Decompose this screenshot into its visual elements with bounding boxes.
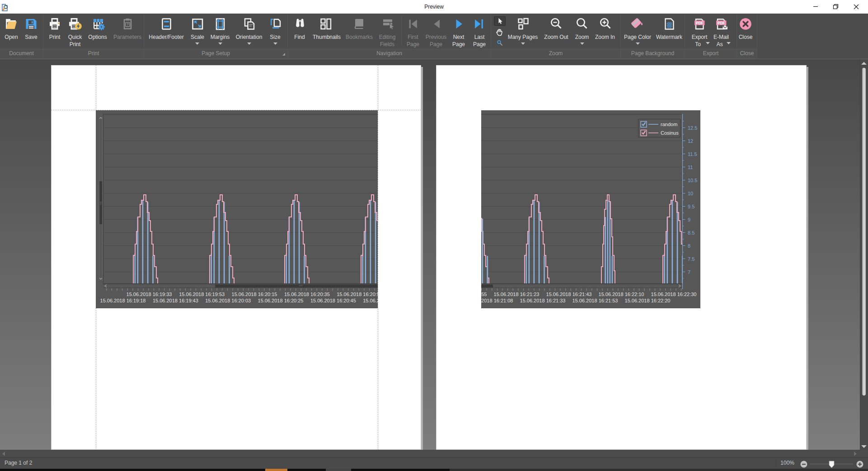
svg-text:15.06.2018 16:20:03: 15.06.2018 16:20:03	[205, 298, 251, 303]
svg-text:9.5: 9.5	[688, 204, 694, 209]
svg-text:7: 7	[688, 269, 690, 275]
svg-text:?: ?	[127, 22, 129, 27]
svg-text:15.06.2018 16:19:18: 15.06.2018 16:19:18	[100, 298, 146, 303]
svg-text:15.06.2018 16:20:45: 15.06.2018 16:20:45	[310, 298, 356, 303]
svg-text:10: 10	[688, 191, 693, 196]
svg-text:15.06.2018 16:22:20: 15.06.2018 16:22:20	[625, 298, 671, 303]
svg-text:15.06.2018 16:21:23: 15.06.2018 16:21:23	[494, 292, 540, 297]
svg-text:15.06.2018 16:19:33: 15.06.2018 16:19:33	[127, 292, 172, 297]
svg-text:8: 8	[688, 243, 690, 249]
svg-text:12: 12	[688, 138, 693, 144]
svg-text:15.06.2018 16:20:55: 15.06.2018 16:20:55	[337, 292, 378, 297]
svg-text:15.06.2018 16:21:05: 15.06.2018 16:21:05	[363, 298, 378, 303]
svg-text:8.5: 8.5	[688, 230, 694, 236]
svg-text:Cosinus: Cosinus	[661, 130, 679, 136]
svg-text:PDF: PDF	[696, 21, 704, 25]
svg-text:15.06.2018 16:21:33: 15.06.2018 16:21:33	[520, 298, 566, 303]
svg-text:12.5: 12.5	[688, 125, 697, 131]
svg-text:15.06.2018 16:21:53: 15.06.2018 16:21:53	[572, 298, 618, 303]
svg-text:9: 9	[688, 217, 690, 222]
svg-text:15.06.2018 16:21:08: 15.06.2018 16:21:08	[481, 298, 513, 303]
svg-text:15.06.2018 16:21:43: 15.06.2018 16:21:43	[546, 292, 592, 297]
svg-text:7.5: 7.5	[688, 256, 694, 262]
svg-text:15.06.2018 16:22:10: 15.06.2018 16:22:10	[599, 292, 644, 297]
svg-text:15.06.2018 16:20:55: 15.06.2018 16:20:55	[481, 292, 487, 297]
svg-text:11: 11	[688, 165, 693, 170]
svg-text:15.06.2018 16:20:25: 15.06.2018 16:20:25	[258, 298, 304, 303]
svg-text:random: random	[661, 122, 677, 127]
svg-text:PDF: PDF	[718, 21, 725, 25]
svg-text:15.06.2018 16:19:43: 15.06.2018 16:19:43	[153, 298, 198, 303]
svg-text:11.5: 11.5	[688, 151, 697, 157]
svg-text:15.06.2018 16:20:15: 15.06.2018 16:20:15	[232, 292, 277, 297]
svg-text:15.06.2018 16:22:30: 15.06.2018 16:22:30	[651, 292, 697, 297]
svg-text:15.06.2018 16:19:53: 15.06.2018 16:19:53	[179, 292, 225, 297]
svg-text:10.5: 10.5	[688, 178, 697, 183]
svg-text:15.06.2018 16:20:35: 15.06.2018 16:20:35	[284, 292, 330, 297]
